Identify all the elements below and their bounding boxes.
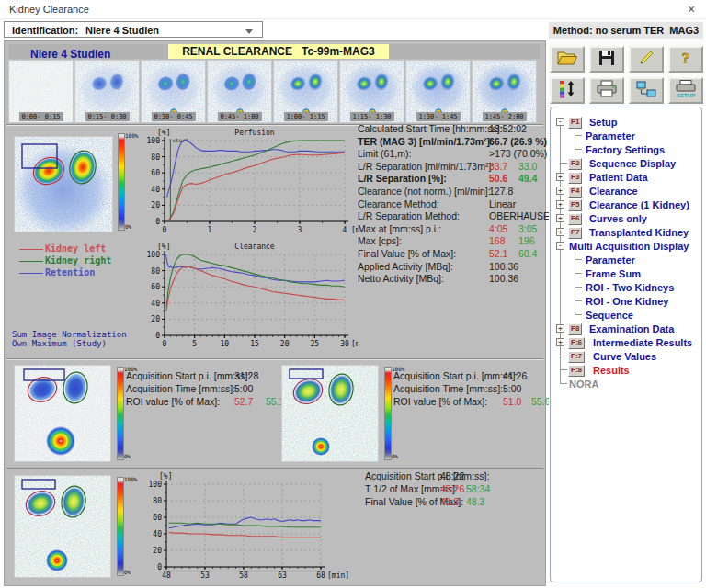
renal-clearance-banner: RENAL CLEARANCE Tc-99m-MAG3 (168, 44, 389, 59)
tree-item-curves-only[interactable]: +F6Curves only (551, 211, 701, 225)
row-value-left: 5:00 (234, 383, 253, 394)
legend-item: Kidney right (5, 255, 133, 267)
tree-item-label: Patient Data (589, 171, 648, 185)
row-value-left: 4:05 (489, 223, 507, 234)
main-panel: Niere 4 Studien RENAL CLEARANCE Tc-99m-M… (4, 40, 546, 586)
collapse-icon[interactable]: - (556, 118, 564, 126)
row-value-right: 58:34 (466, 483, 490, 494)
svg-text:0: 0 (155, 332, 160, 340)
save-button[interactable] (589, 46, 624, 73)
tree-item-parameter[interactable]: Parameter (551, 129, 701, 142)
thumbnail-time-label: 1:15- 1:30 (349, 112, 393, 121)
curve-kidney-right (169, 141, 345, 220)
print-setup-button[interactable]: SETUP (668, 77, 703, 104)
legend-item: Kidney left (5, 243, 133, 255)
tree-branch-line (560, 369, 567, 370)
help-icon: ? (677, 49, 695, 71)
svg-text:40: 40 (151, 300, 160, 308)
svg-text:0: 0 (155, 218, 160, 226)
tree-item-results[interactable]: F:8Results (551, 363, 701, 377)
network-button[interactable] (629, 77, 664, 104)
thumbnail-time-label: 1:00- 1:15 (283, 112, 327, 121)
row-label: Acquisition Time [mm:ss]: (393, 383, 503, 394)
expand-icon[interactable]: + (556, 187, 564, 195)
annotate-button[interactable] (629, 46, 664, 73)
row-value-right: 55.6 (531, 396, 550, 407)
tree-item-frame-sum[interactable]: Frame Sum (551, 266, 701, 280)
tree-item-clearance-1-kidney-[interactable]: +F5Clearance (1 Kidney) (551, 198, 701, 211)
svg-text:0: 0 (163, 226, 167, 234)
tree-item-label: ROI - Two Kidneys (586, 281, 674, 295)
svg-text:20: 20 (153, 547, 162, 555)
close-icon[interactable]: × (684, 2, 699, 17)
frame-thumbnail: 0:45- 1:00 (207, 60, 272, 123)
row-label: Final Value [% of Max]: (358, 248, 456, 259)
frame-thumbnail: 1:15- 1:30 (339, 60, 404, 123)
expand-icon[interactable]: + (556, 338, 564, 346)
curve-legend: Kidney leftKidney rightRetention (5, 243, 133, 279)
collapse-icon[interactable]: - (556, 242, 564, 250)
row-label: ROI value [% of Max]: (126, 396, 220, 407)
tree-item-curve-values[interactable]: F:7Curve Values (551, 349, 701, 363)
tree-item-roi-two-kidneys[interactable]: ROI - Two Kidneys (551, 280, 701, 294)
frame-thumbnail: 0:15- 0:30 (74, 60, 140, 123)
frame-thumbnail: 1:30- 1:45 (405, 60, 471, 123)
chevron-down-icon[interactable] (245, 29, 253, 34)
tree-item-label: Parameter (586, 254, 635, 267)
svg-text:25: 25 (311, 340, 320, 348)
tree-item-sequence[interactable]: Sequence (551, 308, 701, 322)
scintigram (15, 137, 112, 232)
thumbnail-time-label: 1:30- 1:45 (416, 112, 460, 121)
svg-text:63: 63 (278, 571, 287, 580)
tree-item-sequence-display[interactable]: F2Sequence Display (551, 156, 701, 170)
tree-item-transplanted-kidney[interactable]: +F7Transplanted Kidney (551, 225, 701, 239)
expand-icon[interactable]: + (556, 228, 564, 236)
tree-item-parameter[interactable]: Parameter (551, 253, 701, 266)
print-button[interactable] (589, 77, 624, 104)
svg-text:40: 40 (153, 530, 162, 538)
frame-thumbnail: 0:00- 0:15 (8, 60, 74, 123)
svg-text:4: 4 (343, 226, 347, 234)
save-icon (598, 49, 616, 71)
marker-pen-icon (637, 49, 655, 71)
row-value-left: 52.7 (234, 396, 253, 407)
help-button[interactable]: ? (668, 46, 703, 73)
fkey-badge: F5 (568, 199, 582, 211)
svg-text:100: 100 (147, 137, 161, 145)
expand-icon[interactable]: + (556, 173, 564, 181)
tree-item-patient-data[interactable]: +F3Patient Data (551, 170, 701, 184)
tree-branch-line (560, 163, 567, 164)
expand-icon[interactable]: + (556, 214, 564, 222)
tree-item-nora[interactable]: NORA (551, 377, 701, 390)
identification-dropdown[interactable]: Identification: Niere 4 Studien (4, 21, 263, 38)
perfusion-chart: 01234020406080100[%][min]Perfusionstart (135, 126, 358, 238)
color-scale-sum (118, 133, 125, 231)
row-value-left: >173 (70.0%) (489, 148, 547, 159)
svg-text:Perfusion: Perfusion (234, 129, 275, 137)
legend-item: Retention (5, 267, 133, 279)
tree-item-multi-acquisition-display[interactable]: -Multi Acquisition Display (551, 239, 701, 253)
tree-item-roi-one-kidney[interactable]: ROI - One Kidney (551, 294, 701, 308)
tree-child-trunk (575, 251, 575, 314)
row-label: TER (MAG 3) [ml/min/1.73m²]: (358, 136, 494, 147)
expand-icon[interactable]: + (556, 324, 564, 333)
tree-item-intermediate-results[interactable]: +F:6Intermediate Results (551, 335, 701, 349)
row-value-left: 5:00 (503, 383, 521, 394)
svg-text:[%]: [%] (157, 129, 170, 137)
svg-text:68: 68 (316, 571, 325, 580)
legend-line (19, 261, 43, 262)
tree-item-setup[interactable]: -F1Setup (551, 115, 701, 129)
row-label: Max at [mm:ss] p.i.: (358, 223, 441, 234)
tree-item-factory-settings[interactable]: Factory Settings (551, 142, 701, 156)
color-scale-button[interactable] (550, 77, 585, 104)
expand-icon[interactable]: + (556, 200, 564, 209)
printer-icon (596, 80, 618, 102)
tree-branch-line (560, 356, 567, 356)
tree-item-clearance[interactable]: +F4Clearance (551, 184, 701, 198)
open-button[interactable] (550, 46, 585, 73)
roi-image-2 (281, 365, 379, 462)
tree-item-examination-data[interactable]: +F8Examination Data (551, 322, 701, 335)
svg-text:20: 20 (280, 340, 290, 348)
svg-text:?: ? (682, 50, 690, 67)
tree-item-label: Curves only (589, 212, 647, 226)
